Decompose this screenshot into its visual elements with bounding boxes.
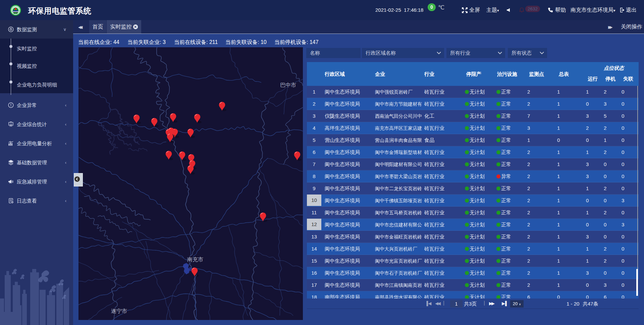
svg-text:南充市: 南充市 xyxy=(187,257,203,262)
svg-text:巴中市: 巴中市 xyxy=(280,82,296,88)
svg-text:遂宁市: 遂宁市 xyxy=(111,308,127,314)
